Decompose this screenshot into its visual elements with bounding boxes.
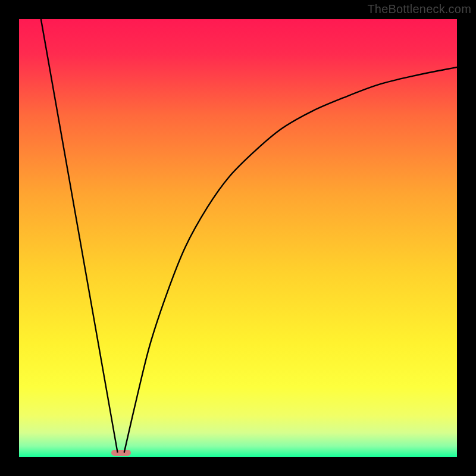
bottleneck-curve	[19, 19, 457, 457]
chart-frame: TheBottleneck.com	[0, 0, 476, 476]
plot-area	[19, 19, 457, 457]
watermark: TheBottleneck.com	[367, 2, 471, 16]
